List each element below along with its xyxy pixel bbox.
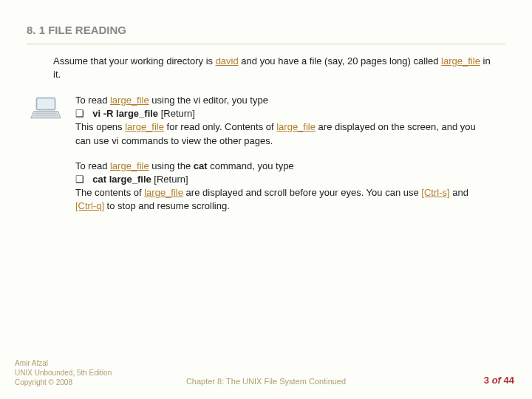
text: using the vi editor, you type — [149, 95, 268, 106]
return-key: [Return] — [151, 174, 188, 185]
vi-text: To read large_file using the vi editor, … — [75, 94, 489, 148]
return-key: [Return] — [158, 108, 195, 119]
page-current: 3 — [484, 375, 489, 386]
chapter-label: Chapter 8: The UNIX File System Continue… — [0, 377, 532, 386]
footer-author: Amir Afzal — [15, 358, 112, 368]
svg-rect-1 — [38, 99, 54, 109]
block-cat: To read large_file using the cat command… — [27, 160, 505, 214]
text: Assume that your working directory is — [53, 55, 216, 66]
laptop-icon — [30, 95, 62, 122]
intro-paragraph: Assume that your working directory is da… — [53, 55, 498, 81]
file-name: large_file — [144, 187, 183, 198]
key-ctrl-q: [Ctrl-q] — [75, 200, 104, 211]
key-ctrl-s: [Ctrl-s] — [421, 187, 449, 198]
block-vi: To read large_file using the vi editor, … — [27, 94, 505, 148]
slide: 8. 1 FILE READING Assume that your worki… — [0, 0, 532, 399]
dir-name: david — [216, 55, 239, 66]
cat-cmd: cat — [194, 160, 208, 171]
text: using the — [149, 160, 194, 171]
text: and — [450, 187, 468, 198]
bullet-icon: ❑ — [75, 173, 87, 186]
file-name: large_file — [125, 121, 164, 132]
page-number: 3 of 44 — [484, 375, 514, 386]
page-of: of — [492, 375, 501, 386]
file-name: large_file — [441, 55, 480, 66]
text: To read — [75, 160, 110, 171]
page-total: 44 — [504, 375, 514, 386]
text: to stop and resume scrolling. — [104, 200, 230, 211]
text: for read only. Contents of — [164, 121, 276, 132]
slide-title: 8. 1 FILE READING — [27, 24, 505, 44]
text: and you have a file (say, 20 pages long)… — [239, 55, 441, 66]
cat-text: To read large_file using the cat command… — [75, 160, 489, 214]
text: To read — [75, 95, 110, 106]
command: vi -R large_file — [92, 108, 158, 119]
text: are displayed and scroll before your eye… — [183, 187, 421, 198]
command: cat large_file — [92, 174, 151, 185]
bullet-icon: ❑ — [75, 107, 87, 120]
file-name: large_file — [110, 160, 149, 171]
file-name: large_file — [276, 121, 316, 132]
text: command, you type — [208, 160, 294, 171]
text: This opens — [75, 121, 125, 132]
text: The contents of — [75, 187, 144, 198]
file-name: large_file — [110, 95, 149, 106]
